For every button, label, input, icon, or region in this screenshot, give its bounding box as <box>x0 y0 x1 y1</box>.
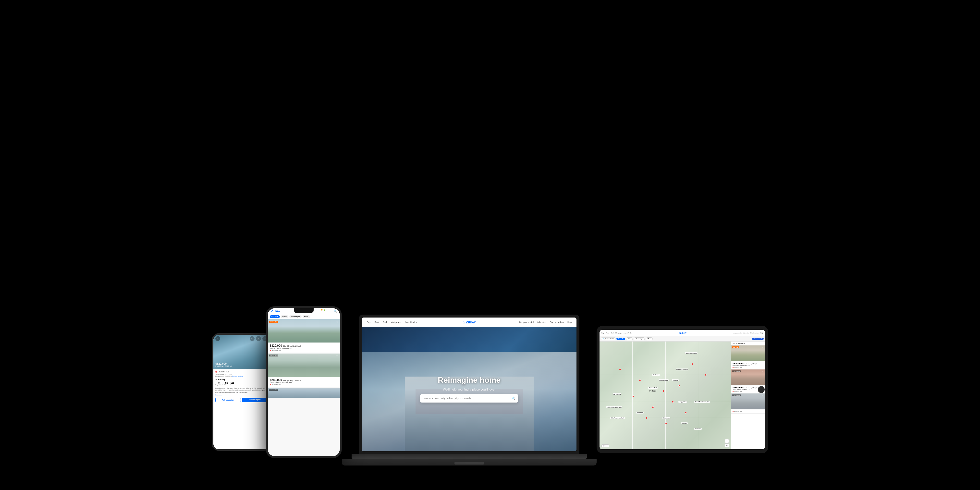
tablet-filter-bar: 🔍 Portland, OR For sale Price Home type … <box>600 336 765 342</box>
scene: ‹ ♡ ↑ ··· $320,000 3 bd | 3 ba | 2,100 <box>24 24 956 466</box>
tablet-addr-1: 548 Greeley Dr, Portland, OR <box>733 365 764 366</box>
map-pin-5[interactable] <box>632 395 634 398</box>
status-row: House for sale <box>215 371 267 373</box>
laptop-hero-content: Reimagine home We'll help you find a pla… <box>362 327 576 451</box>
zillow-z-icon: Z̃ <box>270 309 273 313</box>
nav-sign-in[interactable]: Sign in or Join <box>549 321 563 323</box>
tablet-heart-1[interactable]: ♡ <box>762 347 764 349</box>
map-pin-4[interactable] <box>672 401 674 403</box>
days-badge-2: 1 day on Zillow <box>269 355 278 356</box>
sort-value[interactable]: Newest <box>738 343 744 344</box>
tab-nav-agent-finder[interactable]: Agent Finder <box>624 332 632 334</box>
map-label-troutdale: Troutdale <box>672 379 679 381</box>
tab-sign-in[interactable]: Sign in or Join <box>751 332 759 334</box>
tab-help[interactable]: Help <box>760 332 763 334</box>
share-icon[interactable]: ↑ <box>256 336 261 341</box>
tablet-nav: Buy Rent Sell Mortgage Agent Finder ⌂ Zi… <box>600 330 765 336</box>
listing-status-1: House for sale <box>270 350 338 351</box>
map-pin-6[interactable] <box>678 385 680 387</box>
tablet-status-1: House for sale <box>733 367 764 368</box>
tablet-listing-img-3: 1 day on Zillow ♡ <box>731 393 765 409</box>
zillow-logo-text: Zillow <box>466 320 476 324</box>
tablet-main-area: Government Island Blue Lake Regional Tro… <box>600 342 765 449</box>
phone-small: ‹ ♡ ↑ ··· $320,000 3 bd | 3 ba | 2,100 <box>212 333 271 451</box>
heart-icon-2[interactable]: ♡ <box>336 355 338 358</box>
contact-agent-button[interactable]: Contact agent <box>242 398 267 402</box>
search-icon[interactable]: 🔍 <box>334 309 337 313</box>
tab-price-pill[interactable]: Price <box>626 337 633 340</box>
tablet-status-dot-2 <box>733 391 733 392</box>
map-label-happy-valley: Happy Valley <box>678 401 687 403</box>
tab-for-sale-pill[interactable]: For sale <box>616 337 625 340</box>
nav-list-rental[interactable]: List your rental <box>519 321 534 323</box>
nav-rent[interactable]: Rent <box>375 321 379 323</box>
status-dot-1 <box>270 350 271 351</box>
tablet-map: Government Island Blue Lake Regional Tro… <box>600 342 731 449</box>
status-time: 1:22 <box>282 309 285 311</box>
tab-advertise[interactable]: Advertise <box>743 332 749 334</box>
laptop-search-bar[interactable]: 🔍 <box>420 394 518 402</box>
heart-icon[interactable]: ♡ <box>250 336 255 341</box>
home-type-filter[interactable]: Home type <box>290 315 302 318</box>
tab-more-pill[interactable]: More <box>646 337 653 340</box>
zoom-in-button[interactable]: + <box>725 439 729 443</box>
map-pin-2[interactable] <box>639 379 641 381</box>
back-button[interactable]: ‹ <box>215 336 220 341</box>
nav-help[interactable]: Help <box>567 321 571 323</box>
laptop-hinge <box>352 454 587 459</box>
nav-agent-finder[interactable]: Agent finder <box>405 321 417 323</box>
map-pin-12[interactable] <box>705 374 706 376</box>
tab-nav-buy[interactable]: Buy <box>601 332 604 334</box>
map-label-powell: Powell Butte Nature Park <box>694 401 710 403</box>
tablet-addr-2: 1065 Lowell St, Portland, OR <box>733 389 764 390</box>
laptop-screen-outer: Buy Rent Sell Mortgages Agent finder ⌂ Z… <box>359 315 579 454</box>
laptop-nav-left: Buy Rent Sell Mortgages Agent finder <box>367 321 417 323</box>
search-input[interactable] <box>423 397 510 399</box>
tablet-listing-img-2: 1 day on Zillow ♡ <box>731 369 765 385</box>
nav-sell[interactable]: Sell <box>383 321 387 323</box>
nav-advertise[interactable]: Advertise <box>537 321 546 323</box>
tablet-listings-sidebar: Sort by: Newest ▾ FOR YOU ♡ <box>731 342 765 449</box>
listing-image-2: 1 day on Zillow ♡ <box>268 353 340 377</box>
price-filter[interactable]: Price <box>281 315 288 318</box>
zillow-logo: Z̃ illow <box>270 309 280 313</box>
ask-question-button[interactable]: Ask a question <box>215 398 241 402</box>
tab-home-type-pill[interactable]: Home type <box>634 337 645 340</box>
search-submit-icon[interactable]: 🔍 <box>512 396 516 400</box>
see-more-link[interactable]: See more <box>215 394 267 396</box>
more-filter[interactable]: More <box>302 315 310 318</box>
search-magnifier: 🔍 <box>603 338 605 340</box>
heart-icon-1[interactable]: ♡ <box>336 321 338 324</box>
listing-image-1: FOR YOU ♡ <box>268 319 340 342</box>
action-buttons: Ask a question Contact agent <box>215 398 267 402</box>
listing-image-3: 1 day on Zillow <box>268 388 340 398</box>
tab-nav-sell[interactable]: Sell <box>611 332 614 334</box>
map-pin-10[interactable] <box>665 422 667 424</box>
draw-on-map-button[interactable]: ⬡ Draw <box>601 444 609 447</box>
tablet-heart-3[interactable]: ♡ <box>762 395 764 397</box>
hero-subtitle: We'll help you find a place you'll love. <box>443 388 495 391</box>
prequalify-link[interactable]: Get pre-qualified <box>232 375 243 377</box>
map-label-oaks: Oaks Amusement Park <box>610 417 625 419</box>
map-pin-9[interactable] <box>646 417 648 419</box>
tablet-heart-2[interactable]: ♡ <box>762 371 764 373</box>
beds-baths-sqft: 3 bd | 3 ba | 2,100 sqft <box>215 365 232 367</box>
nav-buy[interactable]: Buy <box>367 321 371 323</box>
tab-list-rental[interactable]: List your rental <box>733 332 742 334</box>
stats-row: 9 Days listed 5k Views 121 Saves <box>215 382 267 386</box>
for-sale-filter[interactable]: For sale <box>270 315 280 318</box>
zoom-out-button[interactable]: − <box>725 444 729 447</box>
price-value: $320,000 <box>215 362 232 365</box>
tab-save-search-button[interactable]: Save search <box>752 337 764 340</box>
nav-mortgages[interactable]: Mortgages <box>391 321 401 323</box>
phone-small-price-badge: $320,000 3 bd | 3 ba | 2,100 sqft <box>215 362 232 367</box>
tab-nav-rent[interactable]: Rent <box>606 332 609 334</box>
map-label-clackamas: Clackamas <box>662 417 670 419</box>
map-label-portland: Portland <box>649 390 656 392</box>
listing-price-2: $280,000 3 bd | 2 ba | 1,800 sqft <box>270 378 338 382</box>
tab-nav-mortgage[interactable]: Mortgage <box>616 332 622 334</box>
for-you-badge-1: FOR YOU <box>269 321 278 323</box>
tablet-search-box[interactable]: 🔍 Portland, OR <box>601 337 616 340</box>
listing-address-2: 1065 Lowell St, Portland, OR <box>270 382 338 383</box>
phone-small-nav-top: ‹ ♡ ↑ ··· <box>215 336 267 341</box>
